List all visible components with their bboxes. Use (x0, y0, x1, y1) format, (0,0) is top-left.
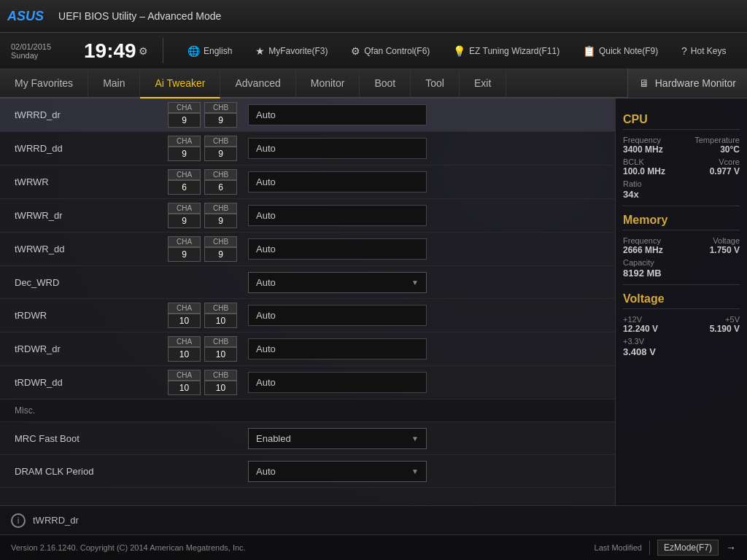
arrow-icon: → (726, 542, 736, 553)
value-col: Auto (248, 166, 615, 198)
table-row: MRC Fast Boot Enabled ▼ (0, 422, 615, 455)
toolbar-myfavorite[interactable]: ★ MyFavorite(F3) (249, 43, 333, 59)
bottom-bar: Version 2.16.1240. Copyright (C) 2014 Am… (0, 534, 747, 560)
quicknote-label: Quick Note(F9) (599, 46, 658, 56)
nav-aitweaker[interactable]: Ai Tweaker (140, 69, 220, 98)
value-field-tRDWR_dr[interactable]: Auto (248, 338, 427, 359)
nav-boot[interactable]: Boot (360, 69, 411, 98)
toolbar-qfan[interactable]: ⚙ Qfan Control(F6) (345, 43, 436, 59)
hardware-monitor-panel: CPU Frequency 3400 MHz Temperature 30°C … (616, 98, 747, 505)
divider (649, 540, 650, 555)
toolbar-language[interactable]: 🌐 English (182, 43, 238, 59)
memory-section-title: Memory (623, 214, 740, 230)
cha-box: CHA 9 (168, 102, 201, 128)
table-row: tWRWR_dd CHA 9 CHB 9 Auto (0, 233, 615, 266)
datetime-section: 02/01/2015 Sunday (11, 42, 69, 60)
value-field-tRDWR[interactable]: Auto (248, 305, 427, 326)
value-field-tWRWR_dr[interactable]: Auto (248, 205, 427, 226)
nav-tool[interactable]: Tool (411, 69, 460, 98)
nav-exit[interactable]: Exit (460, 69, 506, 98)
dropdown-mrc-fast-boot[interactable]: Enabled ▼ (248, 428, 427, 449)
chevron-down-icon: ▼ (411, 279, 419, 287)
nav-main[interactable]: Main (88, 69, 140, 98)
chb-box: CHB 10 (204, 336, 237, 362)
cha-chb-empty (168, 422, 248, 454)
setting-label-tRDWR: tRDWR (0, 299, 168, 332)
cha-label: CHA (168, 236, 201, 247)
nav-bar: My Favorites Main Ai Tweaker Advanced Mo… (0, 69, 747, 98)
hardware-monitor-tab[interactable]: 🖥 Hardware Monitor (627, 69, 747, 98)
cha-value: 9 (168, 214, 201, 228)
table-row: tWRRD_dd CHA 9 CHB 9 Auto (0, 132, 615, 166)
chb-value: 10 (204, 347, 237, 362)
setting-label-tWRWR_dd: tWRWR_dd (0, 233, 168, 265)
cpu-bclk-row: BCLK 100.0 MHz Vcore 0.977 V (623, 158, 740, 176)
cpu-vcore-label: Vcore (710, 158, 740, 166)
chb-box: CHB 9 (204, 236, 237, 262)
chb-box: CHB 10 (204, 370, 237, 395)
mem-freq-value: 2666 MHz (623, 245, 663, 255)
toolbar-hotkeys[interactable]: ? Hot Keys (676, 43, 732, 59)
cha-value: 10 (168, 347, 201, 362)
mem-freq-row: Frequency 2666 MHz Voltage 1.750 V (623, 236, 740, 255)
cha-label: CHA (168, 102, 201, 113)
mem-voltage-label: Voltage (710, 236, 740, 245)
chb-value: 9 (204, 113, 237, 128)
divider (163, 38, 163, 63)
misc-section-label: Misc. (0, 400, 615, 422)
top-bar: ASUS UEFI BIOS Utility – Advanced Mode (0, 0, 747, 33)
cpu-temp-label: Temperature (694, 136, 740, 144)
v33-value: 3.408 V (623, 346, 740, 357)
setting-label-Dec_WRD: Dec_WRD (0, 266, 168, 298)
v5-value: 5.190 V (710, 324, 740, 334)
nav-monitor[interactable]: Monitor (296, 69, 360, 98)
cha-value: 9 (168, 247, 201, 262)
cha-box: CHA 9 (168, 136, 201, 161)
cpu-bclk-value: 100.0 MHz (623, 166, 665, 176)
language-icon: 🌐 (187, 45, 200, 57)
chb-label: CHB (204, 203, 237, 214)
value-field-tWRWR_dd[interactable]: Auto (248, 238, 427, 260)
mem-freq-label: Frequency (623, 236, 663, 245)
settings-icon[interactable]: ⚙ (139, 45, 148, 57)
value-field-tWRWR[interactable]: Auto (248, 171, 427, 192)
table-row: tWRRD_dr CHA 9 CHB 9 Auto (0, 98, 615, 132)
toolbar-eztuning[interactable]: 💡 EZ Tuning Wizard(F11) (447, 43, 565, 59)
chb-value: 9 (204, 247, 237, 262)
tuning-icon: 💡 (453, 45, 465, 57)
cha-chb-group: CHA 9 CHB 9 (168, 98, 248, 131)
value-col: Enabled ▼ (248, 422, 615, 454)
v12-value: 12.240 V (623, 324, 658, 334)
time-display: 19:49 (84, 41, 136, 61)
nav-favorites[interactable]: My Favorites (0, 69, 88, 98)
value-col: Auto (248, 299, 615, 332)
chb-value: 9 (204, 147, 237, 161)
toolbar-quicknote[interactable]: 📋 Quick Note(F9) (577, 43, 664, 59)
value-field-tWRRD_dd[interactable]: Auto (248, 138, 427, 159)
v5-label: +5V (710, 315, 740, 324)
value-field-tWRRD_dr[interactable]: Auto (248, 104, 427, 125)
chb-box: CHB 9 (204, 102, 237, 128)
chb-box: CHB 9 (204, 203, 237, 228)
dropdown-dram-clk-period[interactable]: Auto ▼ (248, 461, 427, 482)
ez-mode-button[interactable]: EzMode(F7) (657, 540, 719, 556)
cha-value: 6 (168, 180, 201, 195)
dropdown-Dec_WRD[interactable]: Auto ▼ (248, 272, 427, 293)
table-row: tRDWR_dr CHA 10 CHB 10 Auto (0, 332, 615, 366)
chb-label: CHB (204, 303, 237, 314)
logo: ASUS (7, 9, 47, 24)
monitor-icon: 🖥 (639, 77, 649, 89)
cpu-section-title: CPU (623, 113, 740, 130)
nav-advanced[interactable]: Advanced (220, 69, 295, 98)
cha-box: CHA 10 (168, 370, 201, 395)
setting-label-tWRWR: tWRWR (0, 166, 168, 198)
setting-label-tRDWR_dd: tRDWR_dd (0, 366, 168, 399)
cha-chb-group: CHA 9 CHB 9 (168, 199, 248, 232)
hardware-monitor-label: Hardware Monitor (655, 77, 736, 89)
eztuning-label: EZ Tuning Wizard(F11) (469, 46, 560, 56)
divider (623, 206, 740, 206)
mem-capacity-value: 8192 MB (623, 268, 740, 279)
value-field-tRDWR_dd[interactable]: Auto (248, 372, 427, 393)
table-row: tRDWR CHA 10 CHB 10 Auto (0, 299, 615, 332)
value-col: Auto (248, 199, 615, 232)
